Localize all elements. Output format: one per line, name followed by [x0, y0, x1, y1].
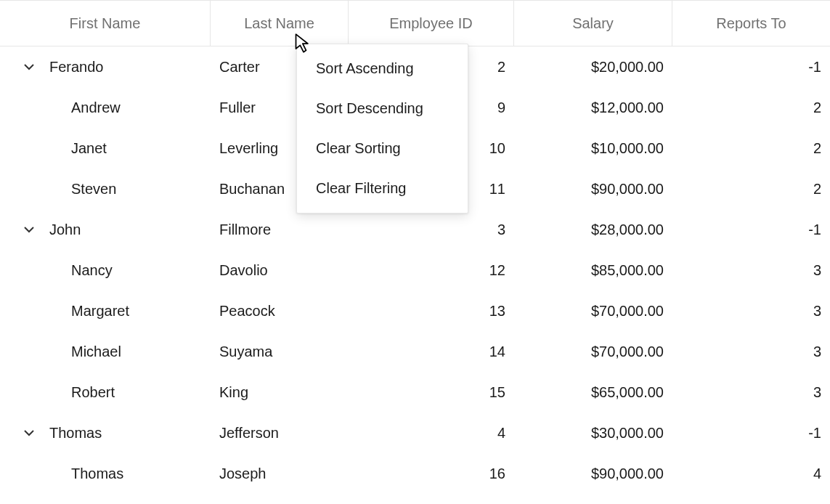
cell-reports-to: 2	[672, 181, 830, 198]
cell-reports-to: -1	[672, 425, 830, 442]
context-menu-item[interactable]: Clear Sorting	[297, 129, 468, 168]
grid-row[interactable]: MichaelSuyama14$70,000.003	[0, 331, 830, 372]
context-menu-item[interactable]: Sort Descending	[297, 89, 468, 129]
column-header-employee-id[interactable]: Employee ID	[349, 1, 514, 46]
cell-first-name: Steven	[0, 179, 211, 199]
cell-first-name: Robert	[0, 382, 211, 402]
cell-employee-id: 14	[349, 344, 514, 360]
cell-salary: $10,000.00	[514, 140, 672, 157]
first-name-text: Michael	[71, 344, 121, 360]
cell-salary: $70,000.00	[514, 344, 672, 360]
first-name-text: Thomas	[71, 466, 123, 482]
cell-salary: $30,000.00	[514, 425, 672, 442]
cell-reports-to: 2	[672, 99, 830, 116]
first-name-text: John	[49, 221, 81, 238]
cell-first-name: Michael	[0, 341, 211, 362]
cell-first-name: Thomas	[0, 463, 211, 484]
cell-employee-id: 13	[349, 303, 514, 320]
cell-first-name: Nancy	[0, 260, 211, 280]
cell-reports-to: 2	[672, 140, 830, 157]
first-name-text: Margaret	[71, 303, 129, 320]
cell-reports-to: 4	[672, 466, 830, 482]
grid-row[interactable]: NancyDavolio12$85,000.003	[0, 250, 830, 290]
cell-first-name: Andrew	[0, 97, 211, 118]
cell-reports-to: 3	[672, 303, 830, 320]
cell-reports-to: 3	[672, 384, 830, 401]
cell-reports-to: 3	[672, 262, 830, 279]
grid-row[interactable]: ThomasJefferson4$30,000.00-1	[0, 412, 830, 453]
cell-salary: $65,000.00	[514, 384, 672, 401]
column-header-last-name[interactable]: Last Name	[211, 1, 349, 46]
cell-reports-to: 3	[672, 344, 830, 360]
grid-row[interactable]: MargaretPeacock13$70,000.003	[0, 290, 830, 331]
cell-employee-id: 15	[349, 384, 514, 401]
cell-last-name: Suyama	[211, 344, 349, 360]
cell-first-name: John	[0, 219, 211, 240]
cell-last-name: King	[211, 384, 349, 401]
cell-salary: $28,000.00	[514, 221, 672, 238]
cell-last-name: Jefferson	[211, 425, 349, 442]
cell-salary: $85,000.00	[514, 262, 672, 279]
grid-row[interactable]: JohnFillmore3$28,000.00-1	[0, 209, 830, 250]
grid-row[interactable]: ThomasJoseph16$90,000.004	[0, 453, 830, 494]
first-name-text: Thomas	[49, 425, 102, 442]
cell-reports-to: -1	[672, 59, 830, 76]
column-header-salary[interactable]: Salary	[514, 1, 672, 46]
grid-header-row: First Name Last Name Employee ID Salary …	[0, 1, 830, 46]
cell-salary: $12,000.00	[514, 99, 672, 116]
first-name-text: Steven	[71, 181, 116, 198]
cell-salary: $20,000.00	[514, 59, 672, 76]
first-name-text: Janet	[71, 140, 107, 157]
expand-collapse-icon[interactable]	[19, 423, 39, 443]
cell-reports-to: -1	[672, 221, 830, 238]
first-name-text: Nancy	[71, 262, 113, 279]
expand-collapse-icon[interactable]	[19, 57, 39, 77]
cell-employee-id: 12	[349, 262, 514, 279]
first-name-text: Robert	[71, 384, 115, 401]
column-context-menu: Sort AscendingSort DescendingClear Sorti…	[296, 44, 468, 214]
column-header-reports-to[interactable]: Reports To	[672, 1, 830, 46]
cell-first-name: Thomas	[0, 423, 211, 443]
cell-salary: $90,000.00	[514, 181, 672, 198]
cell-last-name: Peacock	[211, 303, 349, 320]
cell-first-name: Ferando	[0, 57, 211, 77]
cell-last-name: Davolio	[211, 262, 349, 279]
expand-collapse-icon[interactable]	[19, 219, 39, 240]
cell-employee-id: 4	[349, 425, 514, 442]
cell-first-name: Janet	[0, 138, 211, 158]
cell-first-name: Margaret	[0, 301, 211, 321]
column-header-first-name[interactable]: First Name	[0, 1, 211, 46]
cell-last-name: Joseph	[211, 466, 349, 482]
first-name-text: Andrew	[71, 99, 121, 116]
first-name-text: Ferando	[49, 59, 104, 76]
cell-salary: $90,000.00	[514, 466, 672, 482]
cell-salary: $70,000.00	[514, 303, 672, 320]
cell-last-name: Fillmore	[211, 221, 349, 238]
cell-employee-id: 3	[349, 221, 514, 238]
cell-employee-id: 16	[349, 466, 514, 482]
grid-row[interactable]: RobertKing15$65,000.003	[0, 372, 830, 412]
context-menu-item[interactable]: Sort Ascending	[297, 49, 468, 89]
context-menu-item[interactable]: Clear Filtering	[297, 168, 468, 208]
